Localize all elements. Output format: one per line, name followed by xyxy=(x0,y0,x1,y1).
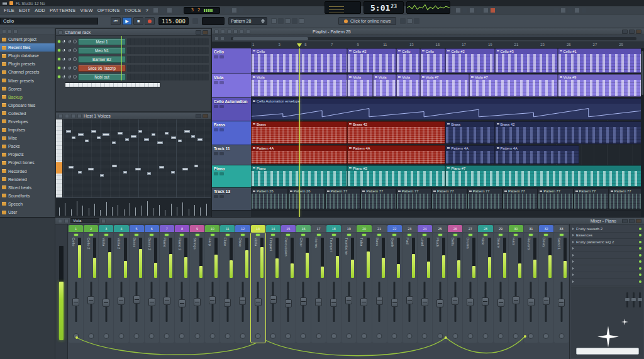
strip-fader[interactable] xyxy=(105,282,107,322)
track-mute-icon[interactable] xyxy=(214,128,218,131)
clip-cello[interactable]: Cello xyxy=(396,48,420,73)
browser-item-soundfonts[interactable]: Soundfonts xyxy=(0,192,55,200)
clip-brass-42[interactable]: Brass 42 xyxy=(495,121,644,144)
track-mute-icon[interactable] xyxy=(214,81,218,84)
strip-pan-knob[interactable] xyxy=(103,333,109,339)
strip-fader-handle[interactable] xyxy=(72,298,79,306)
piano-note[interactable] xyxy=(131,135,136,138)
undo-icon[interactable] xyxy=(225,8,230,13)
strip-pan-knob[interactable] xyxy=(361,333,367,339)
strip-fader[interactable] xyxy=(257,282,259,322)
strip-fader[interactable] xyxy=(348,282,350,322)
browser-item-impulses[interactable]: Impulses xyxy=(0,126,55,134)
browser-item-backup[interactable]: Backup xyxy=(0,93,55,101)
strip-mute-led[interactable] xyxy=(438,234,442,236)
velocity-bar[interactable] xyxy=(82,206,83,216)
menu-add[interactable]: ADD xyxy=(35,8,45,13)
step-sequencer[interactable] xyxy=(127,38,209,45)
track-header-viola[interactable]: Viola xyxy=(212,74,251,98)
piano-note[interactable] xyxy=(118,132,123,135)
clip-viola-7[interactable]: Viola #7 xyxy=(469,74,558,97)
browser-item-recent-files[interactable]: Recent files xyxy=(0,43,55,52)
slot-enable-dot[interactable] xyxy=(639,241,641,243)
effect-slot-9[interactable] xyxy=(571,279,643,285)
mixer-tab-9[interactable]: 9 xyxy=(190,225,204,232)
scroll-lock-icon[interactable] xyxy=(299,18,304,24)
browser-sort-icon[interactable] xyxy=(8,30,12,34)
strip-fader-handle[interactable] xyxy=(543,297,550,305)
browser-item-recorded[interactable]: Recorded xyxy=(0,167,55,175)
clip-cello-2[interactable]: Cello #2 xyxy=(347,48,396,73)
strip-pan-knob[interactable] xyxy=(73,333,79,339)
channel-button[interactable]: Barmer B2 xyxy=(78,56,126,63)
track-header-track-13[interactable]: Track 13 xyxy=(212,188,251,211)
strip-pan-knob[interactable] xyxy=(422,333,428,339)
spinner-up-icon[interactable] xyxy=(261,19,265,21)
mixer-tab-28[interactable]: 28 xyxy=(478,225,492,232)
mixer-strip-piano-2[interactable]: Piano 2 xyxy=(175,233,189,343)
strip-fader[interactable] xyxy=(196,282,198,322)
effect-slot-3[interactable]: Fruity parametric EQ 2 xyxy=(571,239,643,246)
time-display[interactable]: 5:0123 xyxy=(364,1,404,14)
strip-fader[interactable] xyxy=(379,282,380,322)
mixer-strip-percussion[interactable]: Percussion xyxy=(281,233,296,343)
strip-pan-knob[interactable] xyxy=(255,333,261,339)
channel-rack-header[interactable]: Channel rack xyxy=(56,29,211,36)
mixer-tab-14[interactable]: 14 xyxy=(266,225,280,232)
step-sequencer[interactable] xyxy=(127,56,209,63)
piano-note[interactable] xyxy=(97,136,101,139)
track-lock-icon[interactable] xyxy=(219,172,224,175)
velocity-bar[interactable] xyxy=(94,204,95,216)
channel-button[interactable]: Nobl out xyxy=(78,74,126,80)
velocity-bar[interactable] xyxy=(112,207,113,216)
track-mute-icon[interactable] xyxy=(214,172,218,175)
clip-pattern-4a[interactable]: Pattern 4A xyxy=(445,145,494,164)
strip-fader-handle[interactable] xyxy=(255,298,262,306)
mixer-strip-snare[interactable]: Snare xyxy=(494,233,508,343)
mixer-tab-31[interactable]: 31 xyxy=(524,225,538,232)
link-icon[interactable] xyxy=(407,18,413,24)
mixer-strip-oboe[interactable]: Oboe xyxy=(235,233,250,343)
strip-pan-knob[interactable] xyxy=(452,333,458,339)
browser-item-misc[interactable]: Misc xyxy=(0,134,55,142)
velocity-bar[interactable] xyxy=(59,207,60,216)
track-header-piano[interactable]: Piano xyxy=(212,165,251,188)
mixer-close-button[interactable] xyxy=(636,219,641,223)
track-header-brass[interactable]: Brass xyxy=(212,121,251,145)
clip-piano-7[interactable]: Piano #7 xyxy=(445,165,644,187)
step-sequencer[interactable] xyxy=(127,65,209,72)
velocity-bar[interactable] xyxy=(147,201,148,216)
strip-pan-knob[interactable] xyxy=(209,333,215,339)
piano-note[interactable] xyxy=(144,138,149,141)
playlist-window-icon[interactable] xyxy=(455,8,461,13)
channel-button[interactable]: Slice 95 Tascrip xyxy=(78,65,126,72)
slot-enable-dot[interactable] xyxy=(639,228,641,230)
strip-mute-led[interactable] xyxy=(423,234,426,236)
clip-pattern-26[interactable]: Pattern 26 xyxy=(251,188,288,209)
tempo-tap-icon[interactable] xyxy=(553,8,559,13)
mixer-hint-input[interactable] xyxy=(576,348,639,355)
effect-slot-5[interactable] xyxy=(571,252,643,259)
strip-mute-led[interactable] xyxy=(286,234,290,236)
track-mute-icon[interactable] xyxy=(214,55,218,58)
velocity-bar[interactable] xyxy=(171,204,172,216)
mixer-header[interactable]: Viola Mixer - Piano xyxy=(55,218,644,224)
strip-mute-led[interactable] xyxy=(392,234,396,236)
browser-item-projects[interactable]: Projects xyxy=(0,150,55,158)
playlist-slip-icon[interactable] xyxy=(246,30,250,34)
strip-fader-handle[interactable] xyxy=(148,298,155,306)
slot-enable-dot[interactable] xyxy=(639,267,641,270)
clip-pattern-77[interactable]: Pattern 77 xyxy=(609,188,644,209)
online-news-button[interactable]: Click for online news xyxy=(338,17,396,25)
strip-mute-led[interactable] xyxy=(317,234,321,236)
piano-note[interactable] xyxy=(159,166,164,168)
step-edit-icon[interactable] xyxy=(285,18,291,24)
mixer-strip-viola[interactable]: Viola xyxy=(251,233,265,343)
lane-piano[interactable]: PianoPiano #2Piano #7 xyxy=(251,165,644,188)
mixer-strip-drums[interactable]: Drums xyxy=(463,233,477,343)
velocity-bar[interactable] xyxy=(165,210,165,216)
browser-search-icon[interactable] xyxy=(13,30,18,34)
menu-[interactable]: ? xyxy=(145,8,148,13)
track-mute-icon[interactable] xyxy=(214,195,218,198)
overdub-icon[interactable] xyxy=(271,18,277,24)
